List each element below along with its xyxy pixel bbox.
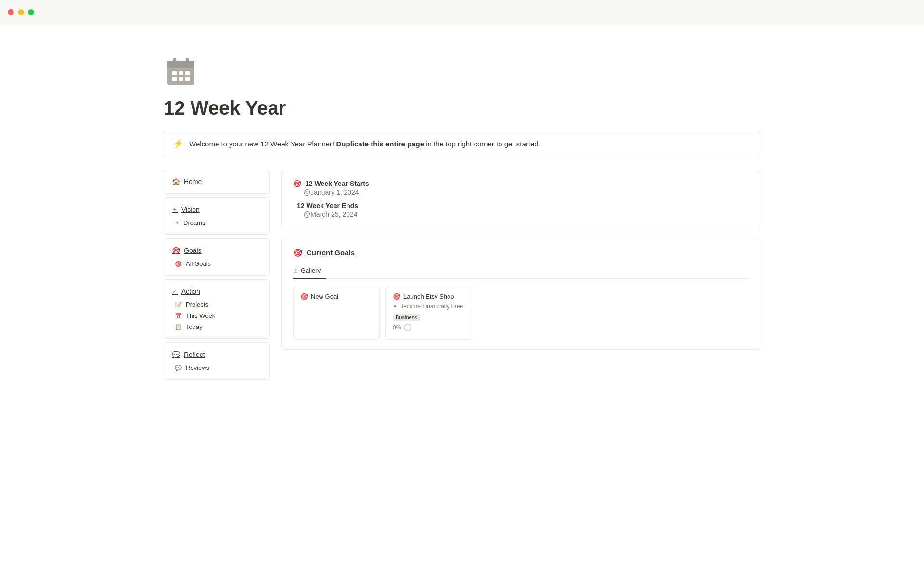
sidebar-item-action[interactable]: ✓ Action [172, 287, 261, 296]
goals-card: 🎯 Current Goals ⊞ Gallery 🎯 [281, 238, 760, 350]
sidebar-item-goals[interactable]: 🎯 Goals [172, 246, 261, 255]
launch-etsy-icon: 🎯 [393, 293, 400, 300]
goals-icon: 🎯 [172, 247, 180, 254]
svg-rect-1 [167, 61, 194, 68]
vision-icon: ✦ [172, 206, 178, 213]
sidebar-item-reviews[interactable]: 💬 Reviews [172, 363, 261, 372]
end-date-row: 12 Week Year Ends @March 25, 2024 [293, 202, 748, 218]
sidebar-section-reflect: 💬 Reflect 💬 Reviews [164, 342, 270, 380]
all-goals-icon: 🎯 [175, 261, 182, 267]
end-label: 12 Week Year Ends [297, 202, 358, 210]
sidebar-item-this-week[interactable]: 📅 This Week [172, 311, 261, 320]
goals-section-icon: 🎯 [293, 248, 303, 257]
page-icon [164, 54, 760, 96]
home-icon: 🏠 [172, 178, 180, 185]
reflect-sub-items: 💬 Reviews [172, 363, 261, 372]
projects-icon: 📝 [175, 302, 182, 308]
progress-circle [404, 324, 411, 331]
this-week-icon: 📅 [175, 313, 182, 319]
page-title: 12 Week Year [164, 96, 760, 119]
action-icon: ✓ [172, 288, 178, 295]
sidebar-item-all-goals[interactable]: 🎯 All Goals [172, 259, 261, 268]
start-date-row: 🎯 12 Week Year Starts @January 1, 2024 [293, 180, 748, 196]
sidebar-item-vision[interactable]: ✦ Vision [172, 205, 261, 214]
svg-rect-9 [186, 58, 189, 65]
launch-etsy-sub: ✦ Become Financially Free [393, 303, 465, 310]
sidebar-item-dreams[interactable]: ✦ Dreams [172, 218, 261, 227]
reviews-icon: 💬 [175, 365, 182, 371]
welcome-icon: ⚡ [173, 138, 183, 149]
svg-rect-6 [179, 77, 183, 81]
goals-gallery: 🎯 New Goal 🎯 Launch Etsy Shop ✦ Become F… [293, 287, 748, 340]
goals-sub-items: 🎯 All Goals [172, 259, 261, 268]
dreams-icon: ✦ [175, 220, 180, 226]
sub-icon: ✦ [393, 303, 397, 310]
new-goal-icon: 🎯 [300, 293, 308, 300]
sidebar-item-projects[interactable]: 📝 Projects [172, 300, 261, 309]
sidebar-item-home[interactable]: 🏠 Home [172, 177, 261, 186]
svg-rect-5 [172, 77, 177, 81]
sidebar: 🏠 Home ✦ Vision ✦ Dreams [164, 170, 270, 380]
traffic-light-green[interactable] [28, 9, 34, 15]
main-layout: 🏠 Home ✦ Vision ✦ Dreams [164, 170, 760, 380]
goal-card-launch-etsy[interactable]: 🎯 Launch Etsy Shop ✦ Become Financially … [385, 287, 472, 340]
sidebar-section-goals: 🎯 Goals 🎯 All Goals [164, 238, 270, 276]
gallery-tab-bar: ⊞ Gallery [293, 264, 748, 279]
svg-rect-8 [173, 58, 176, 65]
reflect-icon: 💬 [172, 351, 180, 358]
goal-tag: Business [393, 314, 420, 321]
gallery-tab-icon: ⊞ [293, 267, 298, 274]
duplicate-link[interactable]: Duplicate this entire page [336, 140, 424, 148]
end-date-value: @March 25, 2024 [293, 210, 748, 218]
start-target-icon: 🎯 [293, 180, 301, 187]
launch-etsy-title: 🎯 Launch Etsy Shop [393, 293, 465, 300]
svg-rect-4 [185, 71, 190, 75]
new-goal-title: 🎯 New Goal [300, 293, 372, 300]
vision-sub-items: ✦ Dreams [172, 218, 261, 227]
sidebar-section-home: 🏠 Home [164, 170, 270, 194]
welcome-text: Welcome to your new 12 Week Year Planner… [189, 140, 540, 148]
traffic-light-yellow[interactable] [18, 9, 24, 15]
svg-rect-7 [185, 77, 190, 81]
svg-rect-3 [179, 71, 183, 75]
goal-card-new-goal[interactable]: 🎯 New Goal [293, 287, 380, 340]
sidebar-item-today[interactable]: 📋 Today [172, 322, 261, 331]
goals-section-title: Current Goals [307, 249, 355, 257]
goal-progress: 0% [393, 324, 465, 331]
svg-rect-2 [172, 71, 177, 75]
sidebar-section-action: ✓ Action 📝 Projects 📅 This Week 📋 Today [164, 279, 270, 339]
content-area: 🎯 12 Week Year Starts @January 1, 2024 1… [281, 170, 760, 350]
today-icon: 📋 [175, 324, 182, 330]
dates-card: 🎯 12 Week Year Starts @January 1, 2024 1… [281, 170, 760, 228]
sidebar-section-vision: ✦ Vision ✦ Dreams [164, 197, 270, 235]
tab-gallery[interactable]: ⊞ Gallery [293, 264, 326, 279]
goals-section-header: 🎯 Current Goals [293, 248, 748, 257]
start-date-value: @January 1, 2024 [293, 188, 748, 196]
title-bar [0, 0, 924, 25]
start-label: 12 Week Year Starts [305, 180, 369, 187]
page-content: 12 Week Year ⚡ Welcome to your new 12 We… [125, 25, 799, 418]
traffic-light-red[interactable] [8, 9, 14, 15]
action-sub-items: 📝 Projects 📅 This Week 📋 Today [172, 300, 261, 331]
sidebar-item-reflect[interactable]: 💬 Reflect [172, 350, 261, 359]
welcome-banner: ⚡ Welcome to your new 12 Week Year Plann… [164, 131, 760, 156]
